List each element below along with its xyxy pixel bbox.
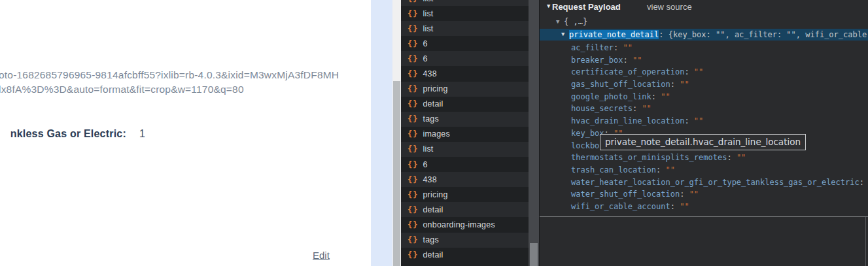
page-scrollbar[interactable] [392,0,401,266]
json-braces-icon: {} [408,39,418,48]
request-row[interactable]: {}438 [401,66,529,81]
payload-field-row[interactable]: certificate_of_operation: "" [571,66,868,78]
request-name: onboarding-images [423,220,495,229]
field-line: nkless Gas or Electric:1 [0,112,145,156]
payload-field-row[interactable]: wifi_or_cable_account: "" [571,201,868,213]
payload-field-row[interactable]: gas_shut_off_location: "" [571,78,868,91]
json-braces-icon: {} [408,144,418,154]
payload-field-row[interactable]: breaker_box: "" [571,54,868,67]
collapse-triangle-icon[interactable]: ▼ [556,18,559,25]
request-row[interactable]: {}tags [401,112,529,127]
key-value-separator: : [651,92,661,101]
payload-field-row[interactable]: google_photo_link: "" [571,91,868,103]
request-row[interactable]: {}onboarding-images [401,217,529,232]
request-name: detail [423,99,443,108]
request-name: detail [423,250,443,259]
request-row[interactable]: {}list [401,0,529,6]
payload-field-row[interactable]: ac_filter: "" [571,42,868,54]
json-braces-icon: {} [408,0,418,3]
selected-key[interactable]: private_note_detail [569,30,659,39]
root-object-preview: { ,…} [564,17,587,26]
key-value-separator: : [614,43,623,52]
request-row[interactable]: {}detail [401,97,529,112]
key-value-separator: : [680,190,689,199]
payload-field-row[interactable]: hvac_drain_line_location: "" [571,115,868,127]
payload-field-key: certificate_of_operation [571,67,684,76]
image-url-text: oto-1682685796965-9814afcbff55?ixlib=rb-… [0,68,365,96]
request-name: tags [423,114,438,124]
request-row[interactable]: {}detail [401,248,529,263]
request-name: list [423,0,433,3]
request-name: pricing [423,84,447,93]
request-row[interactable]: {}detail [401,202,529,217]
field-value: 1 [139,128,145,139]
payload-field-key: gas_shut_off_location [571,80,670,89]
request-name: list [423,24,433,33]
json-braces-icon: {} [408,160,418,169]
request-name: list [423,144,433,154]
payload-field-row[interactable]: water_heater_location_or_gfi_or_type_tan… [571,176,868,189]
request-name: 438 [423,175,436,184]
request-row[interactable]: {}438 [401,172,529,187]
payload-field-value: "" [661,92,670,101]
payload-header-row: ▼ Request Payload view source [540,2,868,14]
json-braces-icon: {} [408,129,418,139]
request-name: list [423,9,433,18]
key-value-separator: : [859,178,868,187]
view-source-link[interactable]: view source [647,2,692,12]
request-row[interactable]: {}6 [401,157,529,172]
payload-field-key: google_photo_link [571,92,651,101]
page-scrollbar-thumb[interactable] [393,81,400,266]
network-list: {}list{}list{}list{}6{}6{}438{}pricing{}… [401,0,529,263]
network-scrollbar-thumb[interactable] [530,243,538,266]
request-row[interactable]: {}images [401,127,529,142]
key-value-separator: : [656,165,665,175]
payload-field-row[interactable]: thermostats_or_minisplits_remotes: "" [571,152,868,164]
field-label: nkless Gas or Electric: [10,128,126,139]
request-name: pricing [423,190,447,199]
selected-payload-row[interactable]: ▼ private_note_detail: {key_box: "", ac_… [540,29,868,41]
payload-field-row[interactable]: trash_can_location: "" [571,164,868,176]
key-value-separator: : [670,202,680,211]
request-row[interactable]: {}list [401,6,529,21]
payload-field-row[interactable]: house_secrets: "" [571,103,868,115]
panel-edge-line [865,217,866,266]
key-value-separator: : [670,80,680,89]
edit-link[interactable]: Edit [313,250,330,261]
request-name: 6 [423,54,427,63]
collapse-triangle-icon[interactable]: ▼ [547,3,550,9]
payload-field-key: breaker_box [571,56,623,65]
url-line-1: oto-1682685796965-9814afcbff55?ixlib=rb-… [0,69,339,80]
json-braces-icon: {} [408,9,418,18]
key-value-separator: : [623,56,632,65]
request-name: images [423,129,450,139]
request-row[interactable]: {}pricing [401,187,529,202]
request-payload-panel: ▼ Request Payload view source ▼ { ,…} ▼ … [539,0,868,266]
key-value-separator: : [684,116,693,125]
request-row[interactable]: {}list [401,21,529,36]
json-braces-icon: {} [408,84,418,93]
page-background-strip [371,0,392,266]
payload-field-value: "" [680,202,689,211]
json-braces-icon: {} [408,205,418,214]
request-row[interactable]: {}6 [401,36,529,51]
key-path-tooltip: private_note_detail.hvac_drain_line_loca… [600,134,806,150]
payload-field-row[interactable]: water_shut_off_location: "" [571,188,868,201]
payload-field-value: "" [680,80,689,89]
payload-field-key: lockbo [571,141,599,150]
payload-field-key: trash_can_location [571,165,656,175]
selected-key-preview: : {key_box: "", ac_filter: "", wifi_or_c… [659,30,867,39]
request-row[interactable]: {}list [401,142,529,157]
payload-field-key: key_box [571,129,604,138]
request-row[interactable]: {}pricing [401,82,529,97]
network-scrollbar[interactable] [529,0,539,266]
payload-field-key: water_shut_off_location [571,190,680,199]
payload-field-key: hvac_drain_line_location [571,116,684,125]
collapse-triangle-icon[interactable]: ▼ [561,31,564,37]
request-row[interactable]: {}6 [401,51,529,66]
request-row[interactable]: {}tags [401,233,529,248]
payload-field-key: house_secrets [571,104,633,113]
payload-fields-list: ac_filter: ""breaker_box: ""certificate_… [571,42,868,213]
json-braces-icon: {} [408,220,418,229]
payload-header-title: Request Payload [552,2,621,12]
